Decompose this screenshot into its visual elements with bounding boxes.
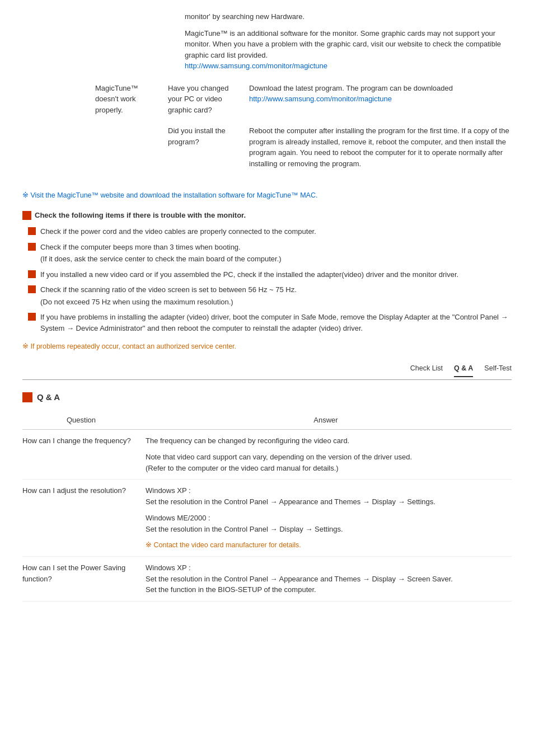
top-link1[interactable]: http://www.samsung.com/monitor/magictune xyxy=(185,62,327,70)
top-para2: MagicTune™ is an additional software for… xyxy=(185,28,512,72)
notice1: ※ Visit the MagicTune™ website and downl… xyxy=(22,190,512,201)
check-item-2: Check if the computer beeps more than 3 … xyxy=(22,242,512,265)
qa-table: Question Answer How can I change the fre… xyxy=(22,411,512,601)
table-section: MagicTune™ doesn't work properly. Have y… xyxy=(22,83,512,180)
qa-icon xyxy=(22,392,32,402)
row1-col1: MagicTune™ doesn't work properly. xyxy=(95,83,168,116)
bullet-icon-4 xyxy=(28,285,36,293)
qa-answer-block-1-0: Windows XP :Set the resolution in the Co… xyxy=(146,485,506,507)
row1-col2: Have you changed your PC or video graphi… xyxy=(168,83,249,116)
bullet-icon-5 xyxy=(28,313,36,321)
nav-tabs: Check List Q & A Self-Test xyxy=(22,363,512,380)
qa-answer-0: The frequency can be changed by reconfig… xyxy=(146,429,512,480)
row2-col1 xyxy=(95,125,168,169)
bullet-icon-1 xyxy=(28,227,36,235)
row1-link[interactable]: http://www.samsung.com/monitor/magictune xyxy=(249,95,392,103)
tab-selftest[interactable]: Self-Test xyxy=(484,363,512,377)
qa-row-2: How can I set the Power Saving function?… xyxy=(22,557,512,602)
qa-answer-block-0-0: The frequency can be changed by reconfig… xyxy=(146,435,506,447)
check-list: Check if the power cord and the video ca… xyxy=(22,226,512,334)
tab-checklist[interactable]: Check List xyxy=(410,363,443,377)
qa-header-answer: Answer xyxy=(146,411,512,429)
qa-answer-block-0-1: Note that video card support can vary, d… xyxy=(146,452,506,473)
qa-answer-1: Windows XP :Set the resolution in the Co… xyxy=(146,480,512,557)
bullet-icon-2 xyxy=(28,243,36,251)
row1-col3: Download the latest program. The program… xyxy=(249,83,512,116)
qa-answer-block-1-1: Windows ME/2000 :Set the resolution in t… xyxy=(146,513,506,534)
qa-section-header: Q & A xyxy=(22,391,512,404)
qa-row-1: How can I adjust the resolution?Windows … xyxy=(22,480,512,557)
qa-answer-2: Windows XP :Set the resolution in the Co… xyxy=(146,557,512,602)
row2-col3: Reboot the computer after installing the… xyxy=(249,125,512,169)
check-item-3: If you installed a new video card or if … xyxy=(22,269,512,280)
qa-answer-block-1-2: ※ Contact the video card manufacturer fo… xyxy=(146,540,506,551)
check-item-1: Check if the power cord and the video ca… xyxy=(22,226,512,237)
qa-question-1: How can I adjust the resolution? xyxy=(22,480,146,557)
check-icon xyxy=(22,211,31,220)
table-row-1: MagicTune™ doesn't work properly. Have y… xyxy=(95,83,512,116)
bullet-icon-3 xyxy=(28,270,36,278)
qa-header-question: Question xyxy=(22,411,146,429)
qa-answer-block-2-0: Windows XP :Set the resolution in the Co… xyxy=(146,562,506,595)
check-item-5: If you have problems in installing the a… xyxy=(22,312,512,334)
tab-qa[interactable]: Q & A xyxy=(454,363,473,377)
table-col1 xyxy=(22,83,95,180)
qa-question-0: How can I change the frequency? xyxy=(22,429,146,480)
qa-row-0: How can I change the frequency?The frequ… xyxy=(22,429,512,480)
check-section-header: Check the following items if there is tr… xyxy=(22,210,512,221)
table-row-2: Did you install the program? Reboot the … xyxy=(95,125,512,169)
check-item-4: Check if the scanning ratio of the video… xyxy=(22,284,512,307)
top-para1: monitor' by searching new Hardware. xyxy=(185,11,512,22)
row2-col2: Did you install the program? xyxy=(168,125,249,169)
top-section: monitor' by searching new Hardware. Magi… xyxy=(185,11,512,72)
notice2: ※ If problems repeatedly occur, contact … xyxy=(22,341,512,352)
qa-question-2: How can I set the Power Saving function? xyxy=(22,557,146,602)
